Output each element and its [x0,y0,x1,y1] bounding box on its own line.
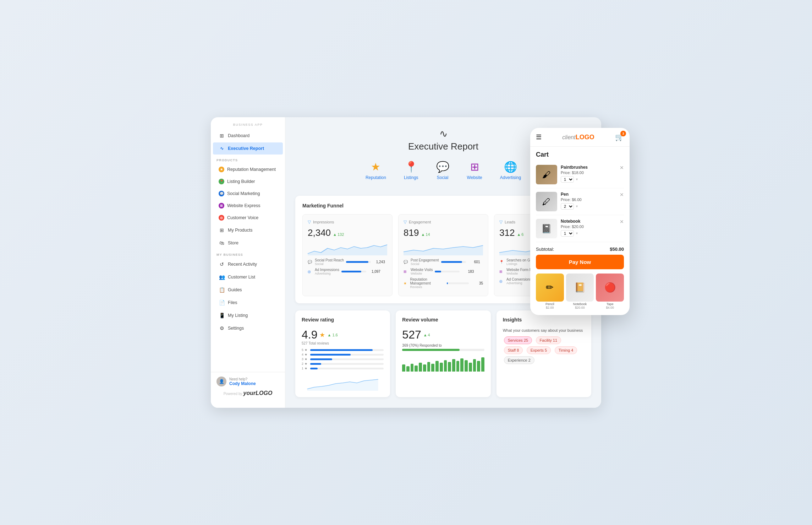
mobile-header: ☰ clientLOGO 🛒 3 [530,128,630,147]
sidebar-item-files[interactable]: 📄 Files [213,297,283,309]
sidebar-item-social[interactable]: 💬 Social Marketing [213,188,283,199]
sidebar-item-executive-report[interactable]: ∿ Executive Report [213,142,283,155]
impressions-header: ▽ Impressions [308,220,387,224]
product-tape[interactable]: 🔴 Tape $4.00 [596,274,624,309]
chart-bar [440,363,443,372]
engagement-rows: 💬 Post Engagement Social 601 [404,258,483,289]
bar-bg [341,271,366,272]
sidebar-item-website[interactable]: ⊞ Website Express [213,200,283,211]
sidebar-footer: 👤 Need help? Cody Malone Powered by your… [211,372,285,401]
grid-icon: ⊞ [219,227,225,233]
google-icon: 📍 [499,260,504,264]
metric-row: 💬 Social Post Reach Social 1,243 [308,258,387,266]
bar-fill [341,271,361,272]
tag-services[interactable]: Services 25 [504,336,532,344]
sidebar-item-reputation[interactable]: ★ Reputation Management [213,164,283,175]
powered-by-logo: Powered by yourLOGO [216,390,279,396]
sidebar-item-listing[interactable]: 📍 Listing Builder [213,176,283,187]
sidebar-item-store[interactable]: 🛍 Store [213,237,283,249]
sidebar-item-guides[interactable]: 📋 Guides [213,284,283,296]
advertising-tab-icon: 🌐 [504,161,517,173]
social-icon: 💬 [219,191,224,196]
review-volume-card: Review volume 527 ▲ 4 369 (70%) Responde… [396,310,490,397]
sidebar-item-dashboard[interactable]: ⊞ Dashboard [213,130,283,142]
pay-now-button[interactable]: Pay Now [536,255,624,269]
sidebar-item-my-products[interactable]: ⊞ My Products [213,224,283,236]
reputation-icon: ★ [219,167,224,172]
pen-qty[interactable]: 123 [561,203,574,210]
rating-change: ▲ 1.6 [327,333,338,337]
notebook-qty[interactable]: 123 [561,230,574,237]
impressions-rows: 💬 Social Post Reach Social 1,243 [308,258,387,275]
sidebar-item-voice[interactable]: ◎ Customer Voice [213,212,283,223]
engagement-value: 819 ▲ 14 [404,227,483,238]
product-pencil[interactable]: ✏ Pencil $2.00 [536,274,564,309]
sparkline-svg [404,241,483,255]
rating-bars: 5 ★ 4 ★ 3 ★ 2 ★ [302,348,384,370]
tab-website[interactable]: ⊞ Website [467,161,482,180]
row-label: Website Visits Website [411,268,433,275]
tag-experts[interactable]: Experts 5 [527,346,551,354]
tab-social[interactable]: 💬 Social [436,161,449,180]
listings-tab-icon: 📍 [405,161,418,173]
row-label: Social Post Reach Social [315,258,344,266]
avatar: 👤 [216,377,226,386]
notebook-info: Notebook Price: $20.00 123 ▼ [561,219,615,237]
tape-thumb: 🔴 [596,274,624,302]
social-row-icon: 💬 [308,260,313,264]
metric-row: ◎ Ad Impressions Advertising 1,097 [308,268,387,275]
engagement-sparkline [404,241,483,255]
rep-icon2: ★ [404,281,408,285]
tab-reputation[interactable]: ★ Reputation [366,161,386,180]
insights-tags: Services 25 Facility 11 Staff 8 Experts … [503,335,585,365]
review-volume-title: Review volume [402,317,484,323]
user-details: Need help? Cody Malone [229,377,256,386]
leads-change: ▲ 6 [517,232,523,237]
store-icon: 🛍 [219,240,225,246]
responded-fill [402,349,460,351]
responded-text: 369 (70%) Responded to [402,343,484,347]
cart-button[interactable]: 🛒 3 [615,133,624,141]
tag-experience[interactable]: Experience 2 [504,356,534,364]
sidebar-item-recent-activity[interactable]: ↺ Recent Activity [213,258,283,270]
responded-bar [402,349,484,351]
qty-selector: 123 ▼ [561,176,615,183]
sidebar-item-my-listing[interactable]: 📱 My Listing [213,309,283,321]
svg-marker-1 [404,245,483,255]
listing-icon: 📍 [219,179,224,184]
website-tab-icon: ⊞ [470,161,479,173]
website-icon2: ⊞ [404,270,408,274]
paintbrushes-info: Paintbrushes Price: $18.00 123 ▼ [561,165,615,183]
bar-bg [310,349,384,351]
sidebar-item-customer-list[interactable]: 👥 Customer List [213,271,283,283]
cart-count-badge: 3 [620,131,626,136]
chart-bar [465,360,468,372]
chart-bar [460,358,463,372]
remove-paintbrushes[interactable]: ✕ [620,165,624,171]
bar-bg [435,271,460,272]
ads-row-icon: ◎ [308,270,313,274]
hamburger-icon[interactable]: ☰ [536,133,542,141]
paintbrushes-qty[interactable]: 123 [561,176,574,183]
remove-pen[interactable]: ✕ [620,192,624,197]
funnel-icon-impressions: ▽ [308,220,311,224]
metric-row: 💬 Post Engagement Social 601 [404,258,483,266]
engagement-card: ▽ Engagement 819 ▲ 14 [398,214,488,296]
tab-advertising[interactable]: 🌐 Advertising [500,161,521,180]
remove-notebook[interactable]: ✕ [620,219,624,224]
tag-facility[interactable]: Facility 11 [536,336,561,344]
tag-timing[interactable]: Timing 4 [555,346,577,354]
rating-bar-row: 2 ★ [302,362,384,366]
tag-staff[interactable]: Staff 8 [504,346,523,354]
sidebar: BUSINESS APP ⊞ Dashboard ∿ Executive Rep… [211,117,285,408]
activity-icon: ↺ [219,261,225,267]
sidebar-item-settings[interactable]: ⚙ Settings [213,322,283,334]
chart-bar [469,363,472,372]
tab-listings[interactable]: 📍 Listings [404,161,418,180]
chart-bar [444,360,447,372]
chart-bar [406,366,410,372]
product-notebook[interactable]: 📔 Notebook $20.00 [566,274,594,309]
volume-bar-chart [402,354,484,372]
row-label: Ad Conversions Advertising [506,277,532,285]
bar-bg [447,282,469,284]
